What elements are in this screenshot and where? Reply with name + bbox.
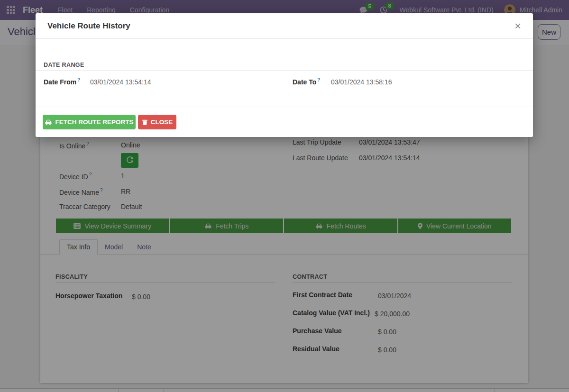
fetch-route-reports-button[interactable]: FETCH ROUTE REPORTS <box>43 115 136 129</box>
date-range-section-title: DATE RANGE <box>44 62 84 68</box>
date-range-rule <box>36 70 533 71</box>
modal-title: Vehicle Route History <box>47 21 130 31</box>
close-modal-button[interactable]: CLOSE <box>138 115 176 129</box>
vehicle-route-history-modal: Vehicle Route History × DATE RANGE Date … <box>36 13 533 137</box>
date-to-label: Date To? <box>293 77 320 86</box>
modal-header: Vehicle Route History × <box>36 13 533 39</box>
help-icon: ? <box>317 77 320 82</box>
date-from-label: Date From? <box>44 77 80 86</box>
date-from-value[interactable]: 03/01/2024 13:54:14 <box>90 78 151 86</box>
car-icon <box>45 119 52 125</box>
modal-footer: FETCH ROUTE REPORTS CLOSE <box>36 107 533 137</box>
help-icon: ? <box>77 77 80 82</box>
page: Fleet Fleet Reporting Configuration 5 8 … <box>0 0 569 392</box>
trash-icon <box>142 119 148 125</box>
modal-body: DATE RANGE Date From? 03/01/2024 13:54:1… <box>36 39 533 107</box>
date-to-value[interactable]: 03/01/2024 13:58:16 <box>331 78 392 86</box>
close-icon[interactable]: × <box>514 20 521 32</box>
